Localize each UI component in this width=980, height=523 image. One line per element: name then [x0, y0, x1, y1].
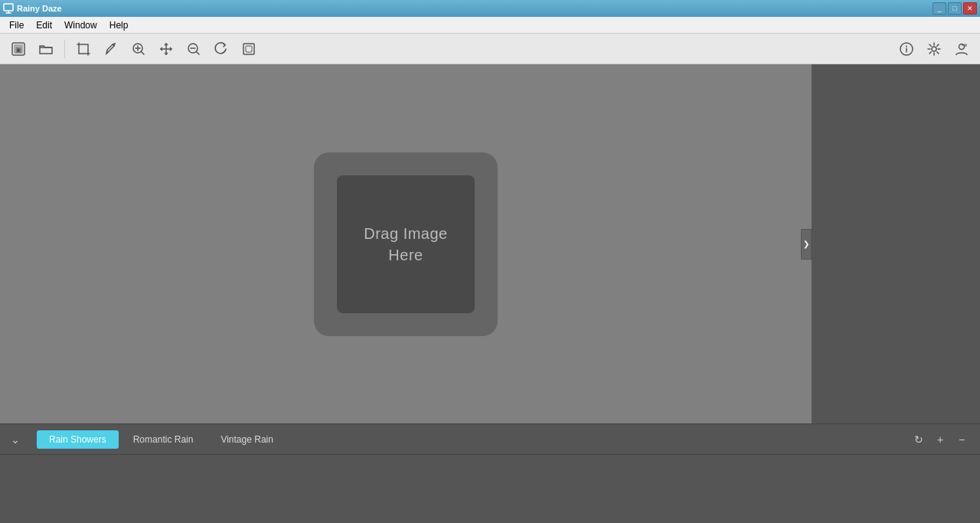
bottom-bar: ⌄ Rain Showers Romantic Rain Vintage Rai… — [0, 423, 980, 454]
menu-bar: File Edit Window Help — [0, 17, 980, 34]
settings-button[interactable] — [922, 38, 946, 60]
info-button[interactable] — [894, 38, 919, 60]
panel-toggle-button[interactable]: ❯ — [801, 229, 812, 260]
title-bar: Rainy Daze _ □ ✕ — [0, 0, 980, 17]
refresh-icon: ↻ — [914, 433, 923, 446]
svg-point-9 — [906, 45, 907, 47]
title-bar-controls: _ □ ✕ — [933, 2, 977, 15]
refresh-icon-button[interactable]: ↻ — [910, 430, 928, 449]
toolbar: ▣ — [0, 34, 980, 64]
main-area: Drag Image Here ❯ — [0, 64, 980, 423]
share-button[interactable] — [949, 38, 974, 60]
crop-button[interactable] — [71, 38, 96, 60]
expand-button[interactable]: ⌄ — [6, 430, 24, 449]
drop-zone-inner: Drag Image Here — [337, 175, 475, 313]
separator-1 — [64, 40, 65, 58]
frame-button[interactable] — [237, 38, 261, 60]
close-button[interactable]: ✕ — [963, 2, 977, 15]
bottom-extra-panel — [0, 454, 980, 523]
menu-window[interactable]: Window — [58, 18, 103, 32]
image-button[interactable]: ▣ — [6, 38, 31, 60]
add-icon: + — [937, 433, 943, 446]
svg-rect-7 — [246, 46, 252, 52]
zoom-out-button[interactable] — [181, 38, 206, 60]
canvas-area[interactable]: Drag Image Here ❯ — [0, 64, 812, 423]
menu-file[interactable]: File — [3, 18, 30, 32]
maximize-button[interactable]: □ — [948, 2, 962, 15]
tab-vintage-rain[interactable]: Vintage Rain — [207, 430, 286, 449]
drop-zone-text: Drag Image Here — [364, 223, 448, 266]
move-button[interactable] — [154, 38, 178, 60]
title-bar-left: Rainy Daze — [3, 3, 62, 14]
menu-help[interactable]: Help — [103, 18, 135, 32]
tab-rain-showers[interactable]: Rain Showers — [37, 430, 119, 449]
bottom-bar-right: ↻ + − — [910, 430, 980, 449]
tab-romantic-rain[interactable]: Romantic Rain — [120, 430, 207, 449]
bottom-bar-left: ⌄ — [0, 430, 31, 449]
remove-icon: − — [959, 433, 965, 446]
drop-zone[interactable]: Drag Image Here — [314, 152, 498, 336]
side-panel — [812, 64, 980, 423]
remove-icon-button[interactable]: − — [952, 430, 971, 449]
app-icon — [3, 3, 14, 14]
app-title: Rainy Daze — [17, 4, 62, 13]
svg-rect-6 — [243, 44, 254, 54]
zoom-in-button[interactable] — [126, 38, 151, 60]
svg-point-12 — [964, 44, 967, 47]
rotate-button[interactable] — [209, 38, 234, 60]
chevron-down-icon: ⌄ — [11, 433, 20, 446]
add-icon-button[interactable]: + — [931, 430, 949, 449]
menu-edit[interactable]: Edit — [30, 18, 58, 32]
chevron-right-icon: ❯ — [803, 240, 809, 248]
svg-rect-0 — [4, 4, 13, 11]
svg-text:▣: ▣ — [15, 46, 22, 54]
svg-point-10 — [932, 47, 936, 51]
pen-button[interactable] — [99, 38, 123, 60]
open-folder-button[interactable] — [34, 38, 58, 60]
tabs-area: Rain Showers Romantic Rain Vintage Rain — [31, 430, 910, 449]
minimize-button[interactable]: _ — [933, 2, 946, 15]
